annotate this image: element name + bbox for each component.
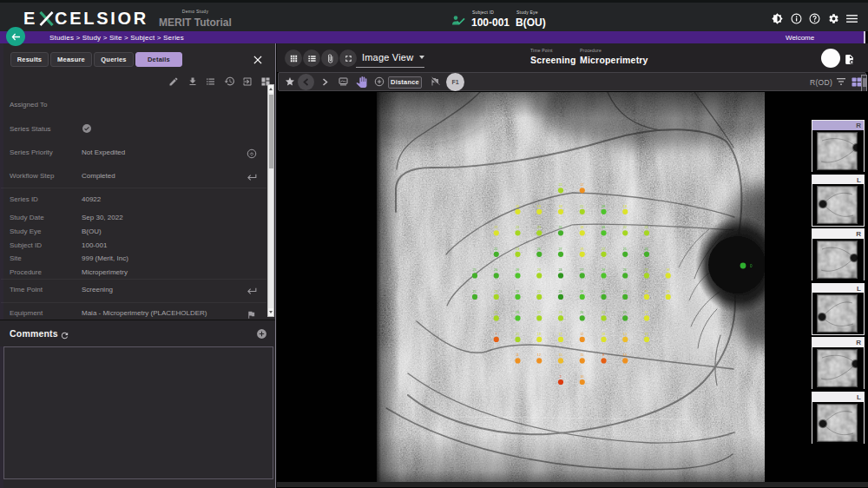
stimulus-dot[interactable]	[558, 337, 563, 342]
fundus-image[interactable]: 2212181918212819172223261828222125232627…	[377, 92, 765, 482]
stimulus-dot[interactable]	[494, 252, 499, 257]
comments-list[interactable]	[3, 346, 273, 479]
stimulus-dot[interactable]	[494, 273, 499, 278]
flag-off-icon[interactable]	[428, 73, 442, 90]
stimulus-dot[interactable]	[644, 315, 649, 320]
stimulus-dot[interactable]	[580, 209, 585, 214]
stimulus-dot[interactable]	[580, 188, 585, 193]
export-report-icon[interactable]	[844, 53, 855, 64]
stimulus-dot[interactable]	[622, 230, 628, 235]
menu-icon[interactable]	[846, 13, 858, 24]
stimulus-dot[interactable]	[536, 294, 542, 300]
details-scrollbar[interactable]	[267, 84, 274, 317]
stimulus-dot[interactable]	[515, 273, 520, 278]
stimulus-dot[interactable]	[536, 230, 542, 235]
edit-icon[interactable]	[168, 75, 180, 86]
f1-tool-button[interactable]: F1	[446, 73, 464, 91]
stimulus-dot[interactable]	[558, 273, 563, 278]
pan-hand-icon[interactable]	[354, 73, 369, 90]
back-button[interactable]	[6, 27, 25, 46]
stimulus-dot[interactable]	[494, 315, 499, 320]
viewer-scrollbar-thumb[interactable]	[863, 78, 866, 87]
attachment-button[interactable]	[321, 49, 339, 67]
stimulus-dot[interactable]	[601, 230, 606, 235]
stimulus-dot[interactable]	[580, 252, 585, 257]
stimulus-dot[interactable]	[644, 294, 649, 300]
stimulus-dot[interactable]	[558, 294, 563, 300]
blind-spot-dot[interactable]	[740, 263, 746, 269]
zoom-add-icon[interactable]	[372, 73, 386, 90]
stimulus-dot[interactable]	[558, 358, 563, 363]
stimulus-dot[interactable]	[622, 315, 628, 320]
tab-measure[interactable]: Measure	[50, 52, 92, 67]
stimulus-dot[interactable]	[666, 294, 671, 300]
thumbnail-3[interactable]: R	[812, 228, 865, 280]
stimulus-dot[interactable]	[580, 379, 585, 385]
scrollbar-thumb[interactable]	[269, 95, 273, 168]
stimulus-dot[interactable]	[601, 315, 606, 320]
avatar[interactable]	[821, 49, 840, 68]
download-icon[interactable]	[187, 75, 199, 86]
refresh-icon[interactable]	[60, 328, 69, 338]
stimulus-dot[interactable]	[622, 209, 628, 214]
priority-circle-icon[interactable]	[247, 147, 258, 158]
favorite-star-icon[interactable]	[283, 73, 296, 90]
brightness-icon[interactable]	[772, 13, 783, 24]
thumbnail-5[interactable]: R	[812, 337, 865, 389]
stimulus-dot[interactable]	[536, 358, 542, 363]
stimulus-dot[interactable]	[644, 273, 649, 278]
return-icon[interactable]	[247, 170, 258, 181]
scroll-up-icon[interactable]	[268, 85, 273, 93]
list-icon[interactable]	[205, 75, 216, 86]
thumbnail-4[interactable]: L	[812, 283, 865, 335]
tab-results[interactable]: Results	[10, 52, 49, 67]
stimulus-dot[interactable]	[601, 273, 606, 278]
stimulus-dot[interactable]	[536, 209, 542, 214]
help-icon[interactable]	[809, 13, 820, 24]
stimulus-dot[interactable]	[472, 273, 477, 278]
stimulus-dot[interactable]	[515, 209, 520, 214]
stimulus-dot[interactable]	[494, 294, 499, 300]
stimulus-dot[interactable]	[601, 358, 606, 363]
stimulus-dot[interactable]	[622, 337, 628, 342]
stimulus-dot[interactable]	[601, 294, 606, 300]
viewer-scrollbar[interactable]	[861, 75, 867, 92]
stimulus-dot[interactable]	[536, 273, 542, 278]
previous-image-button[interactable]	[298, 73, 314, 90]
stimulus-dot[interactable]	[558, 188, 563, 193]
breadcrumb[interactable]: Studies > Study > Site > Subject > Serie…	[49, 34, 184, 42]
stimulus-dot[interactable]	[666, 273, 671, 278]
stimulus-dot[interactable]	[472, 294, 477, 300]
stimulus-dot[interactable]	[601, 209, 606, 214]
history-icon[interactable]	[224, 75, 235, 86]
stimulus-dot[interactable]	[580, 337, 585, 342]
stimulus-dot[interactable]	[601, 252, 606, 257]
stimulus-dot[interactable]	[558, 209, 563, 214]
gear-icon[interactable]	[828, 13, 839, 24]
fullscreen-button[interactable]	[339, 49, 357, 67]
snapshot-icon[interactable]	[336, 73, 350, 90]
stimulus-dot[interactable]	[644, 337, 649, 342]
stimulus-dot[interactable]	[644, 252, 649, 257]
stimulus-dot[interactable]	[558, 315, 563, 320]
stimulus-dot[interactable]	[536, 252, 542, 257]
thumbnail-2[interactable]: L	[812, 175, 865, 227]
stimulus-dot[interactable]	[494, 337, 499, 342]
tab-details[interactable]: Details	[135, 52, 182, 67]
exit-icon[interactable]	[242, 75, 253, 86]
stimulus-dot[interactable]	[580, 273, 585, 278]
stimulus-dot[interactable]	[558, 230, 563, 235]
add-comment-button[interactable]	[256, 327, 267, 339]
scroll-down-icon[interactable]	[268, 308, 273, 316]
stimulus-dot[interactable]	[515, 294, 520, 300]
return-icon[interactable]	[247, 284, 258, 295]
stimulus-dot[interactable]	[580, 358, 585, 363]
stimulus-dot[interactable]	[515, 358, 520, 363]
stimulus-dot[interactable]	[494, 230, 499, 235]
stimulus-dot[interactable]	[515, 315, 520, 320]
stimulus-dot[interactable]	[622, 294, 628, 300]
stimulus-dot[interactable]	[515, 337, 520, 342]
next-image-button[interactable]	[319, 73, 332, 90]
welcome-link[interactable]: Welcome	[786, 34, 814, 42]
stimulus-dot[interactable]	[622, 358, 628, 363]
